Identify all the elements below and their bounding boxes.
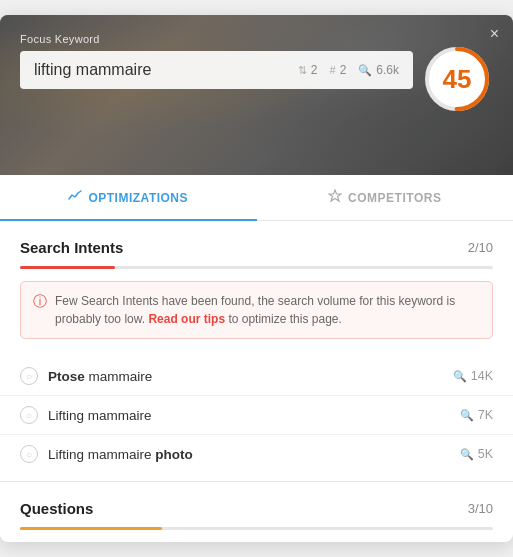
meta-hash-value: 2 [340,63,347,77]
check-icon-2: ○ [20,445,38,463]
questions-header: Questions 3/10 [0,482,513,527]
close-button[interactable]: × [490,25,499,43]
volume-search-icon-0: 🔍 [453,370,467,383]
keyword-text: lifting mammaire [34,61,151,79]
check-icon-0: ○ [20,367,38,385]
search-small-icon: 🔍 [358,64,372,77]
intent-list: ○ Ptose mammaire 🔍 14K ○ Lifting mammair… [0,353,513,477]
meta-volume: 🔍 6.6k [358,63,399,77]
score-circle: 45 [421,43,493,115]
intent-item-2: ○ Lifting mammaire photo 🔍 5K [0,435,513,473]
content-area: Search Intents 2/10 ⓘ Few Search Intents… [0,221,513,530]
search-intents-progress-bar [20,266,493,269]
meta-volume-value: 6.6k [376,63,399,77]
meta-arrows-value: 2 [311,63,318,77]
intent-volume-2: 🔍 5K [460,447,493,461]
focus-keyword-label: Focus Keyword [20,33,100,45]
keyword-bar: lifting mammaire ⇅ 2 # 2 🔍 6.6k [20,51,413,89]
tab-competitors[interactable]: COMPETITORS [257,175,514,220]
volume-value-0: 14K [471,369,493,383]
intent-item-0: ○ Ptose mammaire 🔍 14K [0,357,513,396]
arrows-icon: ⇅ [298,64,307,77]
volume-value-2: 5K [478,447,493,461]
questions-title: Questions [20,500,93,517]
tab-competitors-label: COMPETITORS [348,191,441,205]
questions-score: 3/10 [468,501,493,516]
tab-optimizations[interactable]: OPTIMIZATIONS [0,175,257,220]
meta-arrows: ⇅ 2 [298,63,318,77]
meta-hash: # 2 [330,63,347,77]
volume-search-icon-1: 🔍 [460,409,474,422]
intent-name-0: Ptose mammaire [48,369,443,384]
search-intents-header: Search Intents 2/10 [0,221,513,266]
hash-icon: # [330,64,336,76]
search-intents-progress-fill [20,266,115,269]
alert-link[interactable]: Read our tips [148,312,225,326]
competitors-icon [328,189,342,206]
tab-optimizations-label: OPTIMIZATIONS [88,191,188,205]
widget-container: Focus Keyword lifting mammaire ⇅ 2 # 2 🔍… [0,15,513,542]
score-number: 45 [443,64,472,95]
keyword-meta: ⇅ 2 # 2 🔍 6.6k [298,63,399,77]
search-intents-score: 2/10 [468,240,493,255]
volume-search-icon-2: 🔍 [460,448,474,461]
intent-name-1: Lifting mammaire [48,408,450,423]
intent-volume-0: 🔍 14K [453,369,493,383]
check-icon-1: ○ [20,406,38,424]
intent-name-2: Lifting mammaire photo [48,447,450,462]
search-intents-title: Search Intents [20,239,123,256]
alert-text: Few Search Intents have been found, the … [55,292,480,328]
optimizations-icon [68,189,82,206]
questions-progress-bar [20,527,493,530]
volume-value-1: 7K [478,408,493,422]
questions-progress-fill [20,527,162,530]
alert-suffix-text: to optimize this page. [225,312,342,326]
questions-section: Questions 3/10 [0,481,513,530]
alert-icon: ⓘ [33,293,47,311]
intent-volume-1: 🔍 7K [460,408,493,422]
intent-item-1: ○ Lifting mammaire 🔍 7K [0,396,513,435]
tabs-container: OPTIMIZATIONS COMPETITORS [0,175,513,221]
search-intents-alert: ⓘ Few Search Intents have been found, th… [20,281,493,339]
header: Focus Keyword lifting mammaire ⇅ 2 # 2 🔍… [0,15,513,175]
